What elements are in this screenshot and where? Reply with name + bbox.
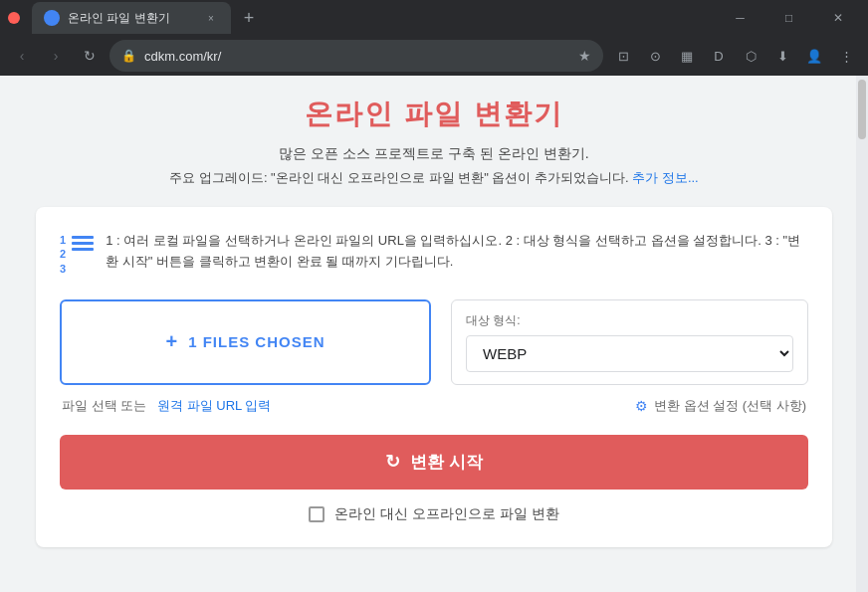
- menu-icon[interactable]: ⋮: [832, 42, 860, 70]
- step-lines: [72, 236, 94, 251]
- close-dot[interactable]: ●: [8, 12, 20, 24]
- format-select[interactable]: WEBP: [466, 335, 793, 372]
- page-title: 온라인 파일 변환기: [36, 96, 832, 133]
- file-choose-button[interactable]: + 1 FILES CHOSEN: [60, 299, 431, 385]
- action-row: + 1 FILES CHOSEN 대상 형식: WEBP: [60, 299, 808, 385]
- format-panel: 대상 형식: WEBP: [451, 299, 808, 385]
- lock-icon: 🔒: [121, 49, 136, 63]
- gear-icon: ⚙: [635, 398, 648, 414]
- step-numbers: 1 2 3: [60, 233, 66, 276]
- plus-icon: +: [165, 330, 178, 353]
- step-line-3: [72, 248, 94, 251]
- active-tab[interactable]: 온라인 파일 변환기 ×: [32, 2, 231, 34]
- offline-row: 온라인 대신 오프라인으로 파일 변환: [60, 505, 808, 523]
- profile-icon[interactable]: 👤: [800, 42, 828, 70]
- convert-button[interactable]: ↻ 변환 시작: [60, 435, 808, 490]
- options-row[interactable]: ⚙ 변환 옵션 설정 (선택 사항): [635, 397, 806, 415]
- main-card: 1 2 3 1 : 여러 로컬 파일을 선택하거나 온라인 파일의 URL을 입…: [36, 207, 832, 547]
- toolbar-icons: ⊡ ⊙ ▦ D ⬡ ⬇ 👤 ⋮: [609, 42, 860, 70]
- forward-button[interactable]: ›: [42, 42, 70, 70]
- offline-label: 온라인 대신 오프라인으로 파일 변환: [334, 505, 559, 523]
- extension-icon-2[interactable]: ▦: [673, 42, 701, 70]
- page-inner: 온라인 파일 변환기 많은 오픈 소스 프로젝트로 구축 된 온라인 변환기. …: [16, 76, 852, 577]
- minimize-button[interactable]: ─: [718, 2, 762, 34]
- upgrade-notice: 주요 업그레이드: "온라인 대신 오프라인으로 파일 변환" 옵션이 추가되었…: [36, 169, 832, 187]
- restore-button[interactable]: □: [766, 2, 811, 34]
- step-indicator: 1 2 3: [60, 233, 94, 276]
- browser-chrome: ● 온라인 파일 변환기 × + ─ □ ✕ ‹ › ↻ 🔒: [0, 0, 868, 76]
- page-content: 온라인 파일 변환기 많은 오픈 소스 프로젝트로 구축 된 온라인 변환기. …: [0, 76, 868, 592]
- address-bar: ‹ › ↻ 🔒 cdkm.com/kr/ ★ ⊡ ⊙ ▦ D ⬡ ⬇ 👤 ⋮: [0, 36, 868, 76]
- bookmark-icon[interactable]: ★: [578, 48, 591, 64]
- tab-title: 온라인 파일 변환기: [68, 10, 195, 27]
- options-label: 변환 옵션 설정 (선택 사항): [654, 397, 806, 415]
- window-controls: ─ □ ✕: [718, 2, 860, 34]
- extension-icon-3[interactable]: D: [705, 42, 733, 70]
- page-subtitle: 많은 오픈 소스 프로젝트로 구축 된 온라인 변환기.: [36, 145, 832, 163]
- convert-icon: ↻: [385, 451, 400, 473]
- scrollbar-track[interactable]: [856, 76, 868, 592]
- instructions-text: 1 : 여러 로컬 파일을 선택하거나 온라인 파일의 URL을 입력하십시오.…: [106, 231, 808, 273]
- step-line-2: [72, 242, 94, 245]
- url-text: cdkm.com/kr/: [144, 49, 570, 64]
- window-traffic-lights[interactable]: ●: [8, 12, 20, 24]
- file-actions-row: 파일 선택 또는 원격 파일 URL 입력 ⚙ 변환 옵션 설정 (선택 사항): [60, 397, 808, 415]
- tab-close-button[interactable]: ×: [203, 10, 219, 26]
- window-close-button[interactable]: ✕: [815, 2, 860, 34]
- new-tab-button[interactable]: +: [235, 4, 263, 32]
- file-url-row: 파일 선택 또는 원격 파일 URL 입력: [62, 397, 271, 415]
- offline-checkbox[interactable]: [309, 506, 325, 522]
- instructions-row: 1 2 3 1 : 여러 로컬 파일을 선택하거나 온라인 파일의 URL을 입…: [60, 231, 808, 276]
- download-icon[interactable]: ⬇: [768, 42, 796, 70]
- tab-favicon: [44, 10, 60, 26]
- upgrade-link[interactable]: 추가 정보...: [632, 170, 698, 185]
- url-bar[interactable]: 🔒 cdkm.com/kr/ ★: [109, 40, 603, 72]
- extension-icon-1[interactable]: ⊙: [641, 42, 669, 70]
- refresh-button[interactable]: ↻: [76, 42, 104, 70]
- step-line-1: [72, 236, 94, 239]
- extension-icon-4[interactable]: ⬡: [737, 42, 764, 70]
- file-url-link[interactable]: 원격 파일 URL 입력: [157, 398, 271, 413]
- format-label: 대상 형식:: [466, 312, 793, 329]
- upgrade-text: 주요 업그레이드: "온라인 대신 오프라인으로 파일 변환" 옵션이 추가되었…: [169, 170, 628, 185]
- translate-icon[interactable]: ⊡: [609, 42, 637, 70]
- convert-label: 변환 시작: [410, 451, 483, 474]
- file-chosen-label: 1 FILES CHOSEN: [188, 333, 325, 350]
- back-button[interactable]: ‹: [8, 42, 36, 70]
- scrollbar-thumb[interactable]: [858, 80, 866, 139]
- tab-bar: ● 온라인 파일 변환기 × + ─ □ ✕: [0, 0, 868, 36]
- file-url-prefix: 파일 선택 또는: [62, 398, 146, 413]
